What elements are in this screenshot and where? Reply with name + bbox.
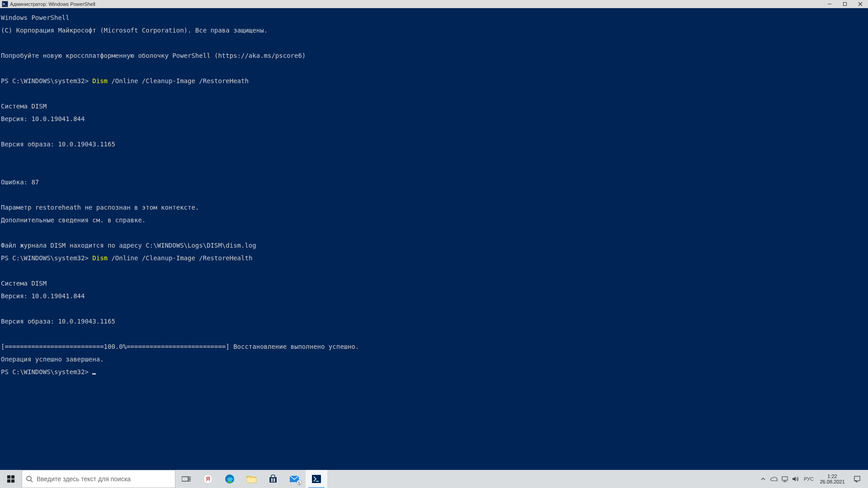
tray-onedrive-icon[interactable] bbox=[769, 470, 779, 488]
powershell-icon: >_ bbox=[2, 1, 8, 7]
terminal-prompt: PS C:\WINDOWS\system32> Dism /Online /Cl… bbox=[1, 78, 867, 84]
terminal-line: Windows PowerShell bbox=[1, 14, 867, 21]
tray-notifications-button[interactable] bbox=[848, 475, 866, 483]
svg-rect-18 bbox=[271, 479, 273, 480]
terminal-pane[interactable]: Windows PowerShell (C) Корпорация Майкро… bbox=[0, 8, 868, 470]
terminal-line bbox=[1, 90, 867, 97]
svg-rect-5 bbox=[11, 475, 14, 479]
svg-rect-4 bbox=[7, 475, 10, 479]
tray-language[interactable]: РУС bbox=[801, 470, 816, 488]
terminal-line: Версия: 10.0.19041.844 bbox=[1, 116, 867, 122]
taskbar-app-explorer[interactable] bbox=[241, 470, 262, 488]
window-titlebar: >_ Администратор: Windows PowerShell bbox=[0, 0, 868, 8]
svg-rect-11 bbox=[189, 477, 191, 479]
maximize-button[interactable] bbox=[837, 0, 853, 8]
svg-rect-12 bbox=[189, 479, 191, 481]
terminal-line: Cистема DISM bbox=[1, 103, 867, 109]
tray-network-icon[interactable] bbox=[779, 470, 790, 488]
svg-rect-28 bbox=[854, 476, 860, 481]
svg-text:Я: Я bbox=[206, 476, 210, 482]
taskbar-app-mail[interactable]: 5 bbox=[284, 470, 306, 488]
system-tray: РУС 1:22 26.08.2021 bbox=[758, 470, 868, 488]
terminal-prompt: PS C:\WINDOWS\system32> bbox=[1, 369, 867, 375]
tray-overflow-button[interactable] bbox=[758, 470, 769, 488]
terminal-line: [==========================100.0%=======… bbox=[1, 343, 867, 350]
svg-line-9 bbox=[31, 480, 33, 482]
terminal-line: Файл журнала DISM находится по адресу C:… bbox=[1, 242, 867, 249]
svg-point-8 bbox=[27, 476, 31, 481]
taskbar-app-edge[interactable] bbox=[219, 470, 241, 488]
search-box[interactable]: Введите здесь текст для поиска bbox=[22, 470, 175, 488]
taskbar: Введите здесь текст для поиска Я 5 bbox=[0, 470, 868, 488]
svg-rect-19 bbox=[274, 479, 275, 480]
search-icon bbox=[22, 475, 37, 483]
terminal-line: Дополнительные сведения см. в справке. bbox=[1, 217, 867, 223]
svg-rect-20 bbox=[271, 480, 273, 482]
task-view-button[interactable] bbox=[175, 470, 197, 488]
terminal-line bbox=[1, 40, 867, 46]
terminal-line bbox=[1, 166, 867, 173]
terminal-line: Ошибка: 87 bbox=[1, 179, 867, 185]
terminal-line bbox=[1, 65, 867, 71]
svg-rect-16 bbox=[247, 478, 256, 483]
terminal-line: Версия образа: 10.0.19043.1165 bbox=[1, 141, 867, 147]
terminal-line bbox=[1, 128, 867, 135]
terminal-line: Попробуйте новую кроссплатформенную обол… bbox=[1, 52, 867, 59]
terminal-line: Версия образа: 10.0.19043.1165 bbox=[1, 318, 867, 324]
taskbar-apps: Я 5 bbox=[197, 470, 327, 488]
taskbar-app-store[interactable] bbox=[262, 470, 284, 488]
taskbar-app-yandex[interactable]: Я bbox=[197, 470, 219, 488]
terminal-line: Версия: 10.0.19041.844 bbox=[1, 293, 867, 299]
tray-date: 26.08.2021 bbox=[820, 479, 844, 484]
terminal-line bbox=[1, 267, 867, 274]
terminal-prompt: PS C:\WINDOWS\system32> Dism /Online /Cl… bbox=[1, 255, 867, 261]
terminal-line: (C) Корпорация Майкрософт (Microsoft Cor… bbox=[1, 27, 867, 33]
minimize-button[interactable] bbox=[822, 0, 837, 8]
tray-clock[interactable]: 1:22 26.08.2021 bbox=[816, 474, 848, 484]
svg-rect-6 bbox=[7, 479, 10, 483]
window-title: Администратор: Windows PowerShell bbox=[10, 1, 822, 7]
search-placeholder: Введите здесь текст для поиска bbox=[37, 475, 131, 483]
mail-badge: 5 bbox=[297, 480, 302, 485]
close-button[interactable] bbox=[853, 0, 868, 8]
terminal-line: Параметр restoreheath не распознан в это… bbox=[1, 204, 867, 211]
svg-rect-17 bbox=[269, 477, 277, 483]
svg-rect-1 bbox=[844, 3, 847, 6]
terminal-line bbox=[1, 230, 867, 236]
tray-time: 1:22 bbox=[827, 474, 837, 479]
terminal-line: Операция успешно завершена. bbox=[1, 356, 867, 362]
taskbar-app-powershell[interactable] bbox=[306, 470, 327, 488]
terminal-line bbox=[1, 331, 867, 337]
tray-volume-icon[interactable] bbox=[790, 470, 801, 488]
cursor bbox=[92, 373, 96, 375]
start-button[interactable] bbox=[0, 470, 22, 488]
terminal-line: Cистема DISM bbox=[1, 280, 867, 286]
svg-rect-21 bbox=[274, 480, 275, 482]
svg-rect-10 bbox=[182, 477, 188, 481]
terminal-line bbox=[1, 305, 867, 312]
svg-rect-7 bbox=[11, 479, 14, 483]
terminal-line bbox=[1, 154, 867, 160]
window-controls bbox=[822, 0, 868, 8]
terminal-line bbox=[1, 192, 867, 198]
svg-rect-25 bbox=[782, 477, 788, 480]
